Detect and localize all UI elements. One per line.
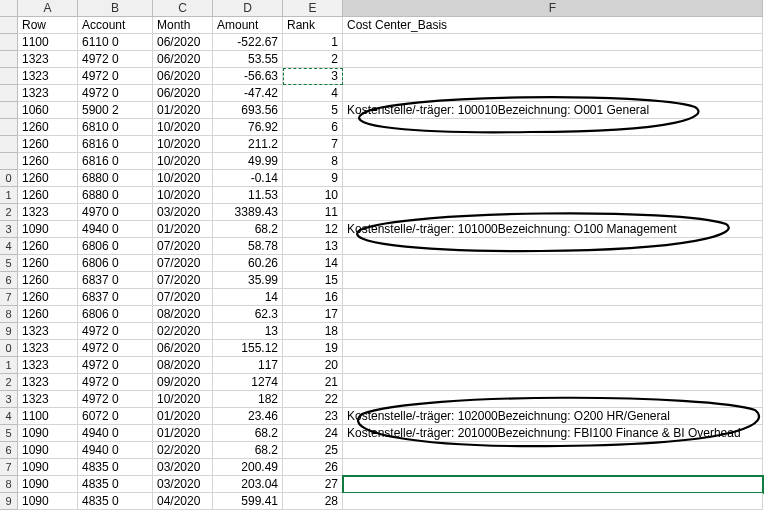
cell-D[interactable]: 117 [213, 357, 283, 374]
cell-A[interactable]: 1260 [18, 153, 78, 170]
row-header[interactable]: 2 [0, 204, 18, 221]
cell-F[interactable] [343, 187, 763, 204]
cell-E[interactable]: 16 [283, 289, 343, 306]
cell-C[interactable]: 06/2020 [153, 68, 213, 85]
cell-A[interactable]: 1090 [18, 476, 78, 493]
row-header[interactable]: 6 [0, 442, 18, 459]
cell-A[interactable]: 1090 [18, 459, 78, 476]
cell-D[interactable]: 11.53 [213, 187, 283, 204]
cell-F[interactable] [343, 51, 763, 68]
cell-D[interactable]: 49.99 [213, 153, 283, 170]
cell-F[interactable] [343, 391, 763, 408]
cell-E[interactable]: 4 [283, 85, 343, 102]
cell-B[interactable]: 4972 0 [78, 51, 153, 68]
cell-D[interactable]: 60.26 [213, 255, 283, 272]
cell-A[interactable]: 1323 [18, 204, 78, 221]
cell-D[interactable]: -47.42 [213, 85, 283, 102]
cell-C[interactable]: 01/2020 [153, 425, 213, 442]
cell-D[interactable]: 14 [213, 289, 283, 306]
cell-C[interactable]: 03/2020 [153, 476, 213, 493]
cell-F[interactable] [343, 357, 763, 374]
cell-D[interactable]: 182 [213, 391, 283, 408]
cell-C[interactable]: 01/2020 [153, 102, 213, 119]
header-cell-D[interactable]: Amount [213, 17, 283, 34]
cell-F[interactable] [343, 170, 763, 187]
cell-F[interactable] [343, 119, 763, 136]
cell-E[interactable]: 28 [283, 493, 343, 510]
cell-B[interactable]: 6806 0 [78, 255, 153, 272]
cell-D[interactable]: 203.04 [213, 476, 283, 493]
cell-F[interactable]: Kostenstelle/-träger: 101000Bezeichnung:… [343, 221, 763, 238]
cell-A[interactable]: 1260 [18, 136, 78, 153]
cell-A[interactable]: 1323 [18, 51, 78, 68]
cell-A[interactable]: 1100 [18, 34, 78, 51]
row-header[interactable] [0, 153, 18, 170]
cell-B[interactable]: 6837 0 [78, 272, 153, 289]
cell-C[interactable]: 02/2020 [153, 323, 213, 340]
cell-D[interactable]: 58.78 [213, 238, 283, 255]
cell-F[interactable] [343, 272, 763, 289]
cell-A[interactable]: 1260 [18, 306, 78, 323]
row-header[interactable]: 5 [0, 255, 18, 272]
cell-B[interactable]: 4835 0 [78, 476, 153, 493]
row-header[interactable]: 3 [0, 391, 18, 408]
cell-C[interactable]: 03/2020 [153, 204, 213, 221]
cell-C[interactable]: 08/2020 [153, 306, 213, 323]
row-header[interactable]: 1 [0, 187, 18, 204]
row-header[interactable]: 2 [0, 374, 18, 391]
cell-E[interactable]: 10 [283, 187, 343, 204]
cell-F[interactable] [343, 136, 763, 153]
cell-D[interactable]: 35.99 [213, 272, 283, 289]
cell-E[interactable]: 26 [283, 459, 343, 476]
cell-F[interactable] [343, 459, 763, 476]
cell-F[interactable]: Kostenstelle/-träger: 102000Bezeichnung:… [343, 408, 763, 425]
cell-A[interactable]: 1260 [18, 272, 78, 289]
cell-C[interactable]: 07/2020 [153, 289, 213, 306]
cell-E[interactable]: 15 [283, 272, 343, 289]
cell-E[interactable]: 6 [283, 119, 343, 136]
row-header[interactable] [0, 136, 18, 153]
cell-F[interactable] [343, 153, 763, 170]
cell-A[interactable]: 1323 [18, 374, 78, 391]
cell-B[interactable]: 4940 0 [78, 221, 153, 238]
column-header-E[interactable]: E [283, 0, 343, 17]
cell-F[interactable] [343, 34, 763, 51]
cell-F[interactable] [343, 493, 763, 510]
cell-C[interactable]: 04/2020 [153, 493, 213, 510]
cell-D[interactable]: 693.56 [213, 102, 283, 119]
row-header[interactable]: 4 [0, 238, 18, 255]
cell-E[interactable]: 20 [283, 357, 343, 374]
cell-B[interactable]: 6816 0 [78, 153, 153, 170]
cell-D[interactable]: 76.92 [213, 119, 283, 136]
cell-B[interactable]: 6806 0 [78, 238, 153, 255]
cell-A[interactable]: 1100 [18, 408, 78, 425]
row-header[interactable]: 6 [0, 272, 18, 289]
cell-F[interactable] [343, 442, 763, 459]
cell-B[interactable]: 4940 0 [78, 425, 153, 442]
cell-F[interactable] [343, 68, 763, 85]
cell-D[interactable]: 1274 [213, 374, 283, 391]
cell-A[interactable]: 1323 [18, 85, 78, 102]
row-header[interactable]: 7 [0, 459, 18, 476]
cell-D[interactable]: 200.49 [213, 459, 283, 476]
cell-D[interactable]: -0.14 [213, 170, 283, 187]
cell-C[interactable]: 01/2020 [153, 408, 213, 425]
cell-C[interactable]: 06/2020 [153, 85, 213, 102]
row-header[interactable] [0, 51, 18, 68]
cell-E[interactable]: 13 [283, 238, 343, 255]
cell-B[interactable]: 4972 0 [78, 391, 153, 408]
cell-E[interactable]: 21 [283, 374, 343, 391]
cell-B[interactable]: 6072 0 [78, 408, 153, 425]
cell-B[interactable]: 6110 0 [78, 34, 153, 51]
cell-D[interactable]: 13 [213, 323, 283, 340]
row-header[interactable]: 0 [0, 170, 18, 187]
cell-A[interactable]: 1090 [18, 425, 78, 442]
cell-C[interactable]: 02/2020 [153, 442, 213, 459]
cell-F[interactable] [343, 476, 763, 493]
cell-A[interactable]: 1090 [18, 221, 78, 238]
cell-F[interactable] [343, 323, 763, 340]
cell-C[interactable]: 07/2020 [153, 272, 213, 289]
row-header[interactable]: 9 [0, 323, 18, 340]
cell-D[interactable]: 155.12 [213, 340, 283, 357]
row-header[interactable]: 7 [0, 289, 18, 306]
